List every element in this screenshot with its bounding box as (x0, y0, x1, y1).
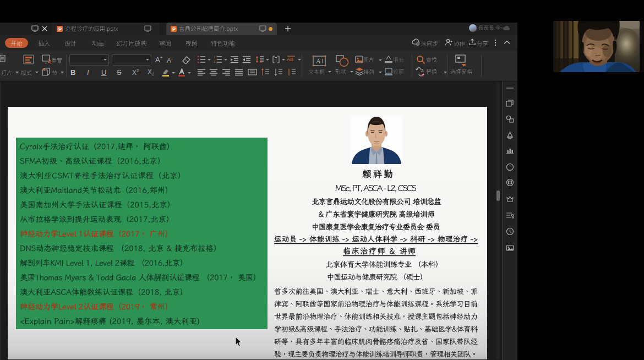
svg-text:AB: AB (287, 57, 293, 62)
svg-text:1: 1 (214, 56, 216, 59)
svg-text:A: A (421, 69, 424, 73)
svg-text:A: A (316, 57, 321, 65)
svg-text:B: B (421, 73, 424, 77)
svg-text:2: 2 (214, 60, 216, 63)
